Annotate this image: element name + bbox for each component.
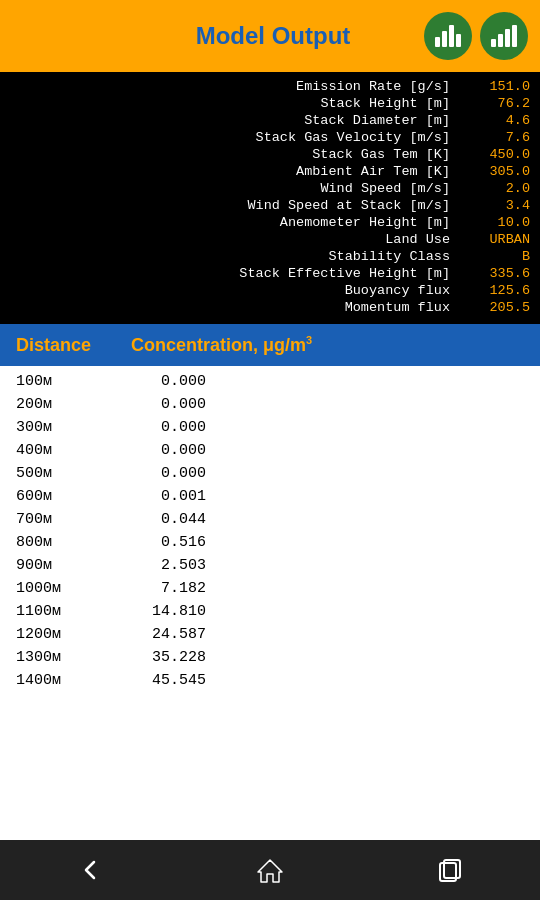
- param-label: Emission Rate [g/s]: [10, 79, 450, 94]
- distance-cell: 1400м: [16, 672, 86, 689]
- concentration-cell: 35.228: [126, 649, 206, 666]
- param-value: 125.6: [450, 283, 530, 298]
- table-row: 300м0.000: [0, 416, 540, 439]
- distance-cell: 1000м: [16, 580, 86, 597]
- param-label: Stack Effective Height [m]: [10, 266, 450, 281]
- bottom-navigation: [0, 840, 540, 900]
- param-row: Stability ClassB: [10, 248, 530, 265]
- param-row: Wind Speed at Stack [m/s]3.4: [10, 197, 530, 214]
- back-button[interactable]: [52, 848, 128, 892]
- table-row: 900м2.503: [0, 554, 540, 577]
- param-row: Stack Gas Velocity [m/s]7.6: [10, 129, 530, 146]
- param-value: 3.4: [450, 198, 530, 213]
- param-label: Stability Class: [10, 249, 450, 264]
- param-row: Stack Gas Tem [K]450.0: [10, 146, 530, 163]
- table-row: 700м0.044: [0, 508, 540, 531]
- param-value: 4.6: [450, 113, 530, 128]
- param-label: Ambient Air Tem [K]: [10, 164, 450, 179]
- header-actions: [424, 12, 528, 60]
- param-value: 7.6: [450, 130, 530, 145]
- concentration-cell: 7.182: [126, 580, 206, 597]
- concentration-cell: 0.000: [126, 419, 206, 436]
- concentration-cell: 24.587: [126, 626, 206, 643]
- distance-column-header: Distance: [16, 335, 91, 356]
- param-label: Stack Gas Tem [K]: [10, 147, 450, 162]
- recents-button[interactable]: [412, 848, 488, 892]
- distance-cell: 300м: [16, 419, 86, 436]
- distance-cell: 800м: [16, 534, 86, 551]
- param-row: Anemometer Height [m]10.0: [10, 214, 530, 231]
- distance-cell: 200м: [16, 396, 86, 413]
- parameters-section: Emission Rate [g/s]151.0Stack Height [m]…: [0, 72, 540, 324]
- distance-cell: 1300м: [16, 649, 86, 666]
- param-value: 335.6: [450, 266, 530, 281]
- concentration-cell: 0.001: [126, 488, 206, 505]
- distance-cell: 1200м: [16, 626, 86, 643]
- concentration-column-header: Concentration, μg/m3: [131, 334, 312, 356]
- param-value: 205.5: [450, 300, 530, 315]
- concentration-cell: 2.503: [126, 557, 206, 574]
- distance-cell: 400м: [16, 442, 86, 459]
- table-row: 500м0.000: [0, 462, 540, 485]
- concentration-cell: 0.516: [126, 534, 206, 551]
- concentration-cell: 0.000: [126, 373, 206, 390]
- param-value: 10.0: [450, 215, 530, 230]
- param-row: Wind Speed [m/s]2.0: [10, 180, 530, 197]
- table-row: 1300м35.228: [0, 646, 540, 669]
- param-row: Stack Diameter [m]4.6: [10, 112, 530, 129]
- param-value: 151.0: [450, 79, 530, 94]
- concentration-cell: 14.810: [126, 603, 206, 620]
- table-header: Distance Concentration, μg/m3: [0, 324, 540, 366]
- param-label: Wind Speed [m/s]: [10, 181, 450, 196]
- param-row: Land UseURBAN: [10, 231, 530, 248]
- table-row: 400м0.000: [0, 439, 540, 462]
- signal-button[interactable]: [480, 12, 528, 60]
- distance-cell: 100м: [16, 373, 86, 390]
- concentration-cell: 0.000: [126, 442, 206, 459]
- param-value: URBAN: [450, 232, 530, 247]
- param-label: Stack Height [m]: [10, 96, 450, 111]
- param-row: Stack Effective Height [m]335.6: [10, 265, 530, 282]
- param-value: 2.0: [450, 181, 530, 196]
- param-label: Stack Gas Velocity [m/s]: [10, 130, 450, 145]
- signal-icon: [491, 25, 517, 47]
- table-row: 600м0.001: [0, 485, 540, 508]
- back-icon: [76, 856, 104, 884]
- bar-chart-button[interactable]: [424, 12, 472, 60]
- page-title: Model Output: [122, 22, 424, 50]
- param-row: Momentum flux205.5: [10, 299, 530, 316]
- param-label: Buoyancy flux: [10, 283, 450, 298]
- param-value: B: [450, 249, 530, 264]
- param-label: Wind Speed at Stack [m/s]: [10, 198, 450, 213]
- param-row: Stack Height [m]76.2: [10, 95, 530, 112]
- distance-cell: 1100м: [16, 603, 86, 620]
- param-label: Anemometer Height [m]: [10, 215, 450, 230]
- data-table: 100м0.000200м0.000300м0.000400м0.000500м…: [0, 366, 540, 840]
- table-row: 1400м45.545: [0, 669, 540, 692]
- param-label: Stack Diameter [m]: [10, 113, 450, 128]
- table-row: 200м0.000: [0, 393, 540, 416]
- param-row: Buoyancy flux125.6: [10, 282, 530, 299]
- distance-cell: 600м: [16, 488, 86, 505]
- distance-cell: 700м: [16, 511, 86, 528]
- param-row: Ambient Air Tem [K]305.0: [10, 163, 530, 180]
- concentration-cell: 0.044: [126, 511, 206, 528]
- recents-icon: [436, 856, 464, 884]
- table-row: 800м0.516: [0, 531, 540, 554]
- app-header: Model Output: [0, 0, 540, 72]
- svg-marker-0: [258, 860, 282, 882]
- param-label: Land Use: [10, 232, 450, 247]
- distance-cell: 900м: [16, 557, 86, 574]
- param-label: Momentum flux: [10, 300, 450, 315]
- home-button[interactable]: [232, 848, 308, 892]
- concentration-cell: 0.000: [126, 396, 206, 413]
- param-row: Emission Rate [g/s]151.0: [10, 78, 530, 95]
- concentration-cell: 0.000: [126, 465, 206, 482]
- table-row: 1000м7.182: [0, 577, 540, 600]
- table-row: 1200м24.587: [0, 623, 540, 646]
- table-row: 1100м14.810: [0, 600, 540, 623]
- bar-chart-icon: [435, 25, 461, 47]
- param-value: 305.0: [450, 164, 530, 179]
- distance-cell: 500м: [16, 465, 86, 482]
- param-value: 76.2: [450, 96, 530, 111]
